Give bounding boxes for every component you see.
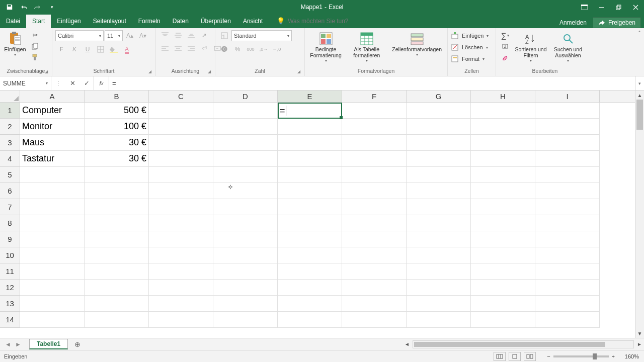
page-break-view-icon[interactable]: [524, 352, 536, 361]
cell[interactable]: [342, 119, 407, 135]
cell[interactable]: Monitor: [20, 119, 85, 135]
cell[interactable]: [278, 280, 342, 296]
cell[interactable]: [407, 151, 471, 167]
cell[interactable]: [149, 183, 213, 199]
cell[interactable]: [85, 183, 149, 199]
scroll-up-icon[interactable]: ▲: [635, 90, 644, 100]
decrease-font-icon[interactable]: A▾: [137, 31, 149, 41]
expand-formula-bar-icon[interactable]: ▾: [635, 76, 644, 90]
cell[interactable]: [278, 296, 342, 312]
cell[interactable]: [471, 103, 535, 119]
row-header[interactable]: 9: [0, 231, 20, 247]
cell[interactable]: [149, 135, 213, 151]
cell[interactable]: [213, 103, 278, 119]
fill-icon[interactable]: [499, 41, 511, 51]
cell[interactable]: [535, 296, 600, 312]
cell[interactable]: [342, 151, 407, 167]
save-icon[interactable]: [3, 1, 16, 13]
cell[interactable]: [342, 280, 407, 296]
cell[interactable]: [471, 312, 535, 328]
comma-icon[interactable]: 000: [245, 44, 257, 54]
cell[interactable]: [535, 280, 600, 296]
cell[interactable]: [213, 119, 278, 135]
close-icon[interactable]: [627, 0, 644, 14]
cell[interactable]: [342, 263, 407, 280]
cell[interactable]: [471, 215, 535, 231]
cell[interactable]: [213, 312, 278, 328]
cell[interactable]: [20, 296, 85, 312]
fx-icon[interactable]: fx: [94, 76, 109, 90]
align-center-icon[interactable]: [172, 43, 184, 53]
cell[interactable]: [149, 167, 213, 183]
cell[interactable]: [535, 151, 600, 167]
undo-icon[interactable]: [17, 1, 30, 13]
cell[interactable]: [149, 247, 213, 263]
cell[interactable]: [278, 247, 342, 263]
bold-button[interactable]: F: [55, 44, 67, 54]
decrease-decimal-icon[interactable]: ←,0: [271, 44, 283, 54]
cell[interactable]: [535, 103, 600, 119]
col-header[interactable]: E: [278, 90, 342, 102]
cell[interactable]: [407, 263, 471, 280]
collapse-ribbon-icon[interactable]: ˄: [638, 30, 641, 37]
cell[interactable]: [20, 280, 85, 296]
cell[interactable]: [20, 183, 85, 199]
scroll-thumb[interactable]: [414, 342, 605, 347]
cell[interactable]: [407, 167, 471, 183]
currency-icon[interactable]: 🄌: [218, 44, 230, 54]
cell[interactable]: [471, 135, 535, 151]
cell[interactable]: [85, 296, 149, 312]
cancel-formula-icon[interactable]: ✕: [65, 79, 79, 87]
cell[interactable]: [149, 296, 213, 312]
qat-customize-icon[interactable]: ▾: [45, 1, 58, 13]
cell[interactable]: [407, 280, 471, 296]
cell[interactable]: [85, 280, 149, 296]
select-all-corner[interactable]: [0, 90, 20, 102]
cell[interactable]: [342, 231, 407, 247]
dialog-launcher-icon[interactable]: ◢: [148, 69, 151, 74]
cell[interactable]: [278, 119, 342, 135]
cut-icon[interactable]: ✂: [29, 30, 41, 40]
cell[interactable]: [407, 312, 471, 328]
col-header[interactable]: H: [471, 90, 535, 102]
cell[interactable]: [342, 103, 407, 119]
cell[interactable]: [407, 103, 471, 119]
cell[interactable]: [471, 296, 535, 312]
cell[interactable]: [85, 312, 149, 328]
cell[interactable]: [20, 215, 85, 231]
col-header[interactable]: G: [407, 90, 471, 102]
clear-icon[interactable]: [499, 52, 511, 62]
tab-datei[interactable]: Datei: [0, 15, 26, 28]
paste-button[interactable]: Einfügen ▾: [3, 30, 27, 57]
cell[interactable]: [85, 263, 149, 280]
cell[interactable]: [149, 280, 213, 296]
sheet-tab[interactable]: Tabelle1: [29, 339, 68, 349]
find-select-button[interactable]: Suchen und Auswählen▾: [550, 30, 586, 63]
cell[interactable]: [85, 167, 149, 183]
add-sheet-icon[interactable]: ⊕: [72, 339, 83, 350]
fill-color-icon[interactable]: [108, 44, 120, 54]
cell[interactable]: [278, 312, 342, 328]
align-right-icon[interactable]: [185, 43, 197, 53]
cell[interactable]: [342, 199, 407, 215]
cell[interactable]: 30 €: [85, 135, 149, 151]
cell[interactable]: [149, 263, 213, 280]
zoom-out-icon[interactable]: −: [547, 353, 550, 359]
row-header[interactable]: 10: [0, 247, 20, 263]
cell[interactable]: [85, 215, 149, 231]
dialog-launcher-icon[interactable]: ◢: [45, 69, 48, 74]
redo-icon[interactable]: [31, 1, 44, 13]
cell[interactable]: [20, 231, 85, 247]
cell[interactable]: [471, 167, 535, 183]
col-header[interactable]: I: [535, 90, 600, 102]
copy-icon[interactable]: [29, 41, 41, 51]
cell[interactable]: [535, 263, 600, 280]
number-format-combo[interactable]: Standard▾: [231, 30, 292, 41]
cell[interactable]: [342, 215, 407, 231]
name-box[interactable]: SUMME▾: [0, 76, 51, 90]
col-header[interactable]: A: [20, 90, 85, 102]
row-header[interactable]: 14: [0, 312, 20, 328]
cell[interactable]: [213, 231, 278, 247]
row-header[interactable]: 3: [0, 135, 20, 151]
sheet-nav-prev-icon[interactable]: ◄: [3, 339, 13, 349]
